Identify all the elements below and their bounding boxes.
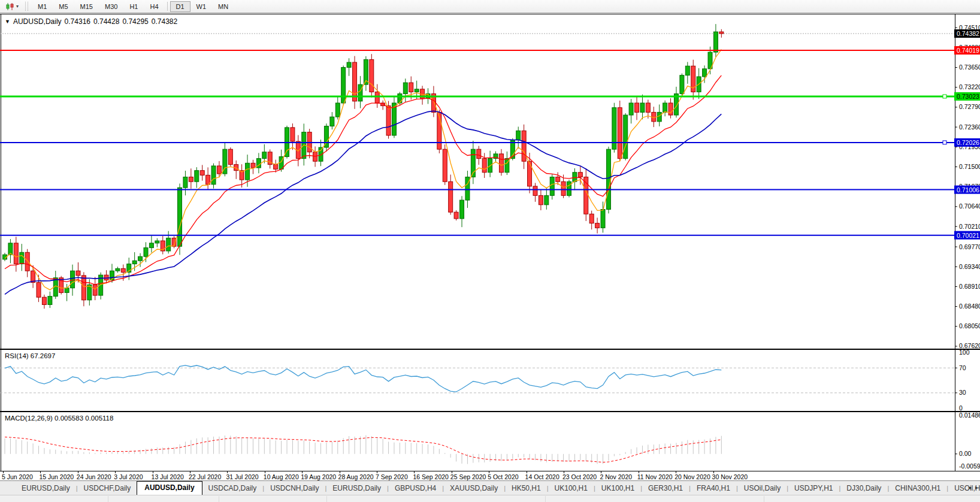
tab-usdcnh-daily[interactable]: USDCNH,Daily [264,482,325,495]
date-label: 23 Oct 2020 [562,473,597,480]
date-label: 7 Sep 2020 [376,473,408,480]
timeframe-button-m5[interactable]: M5 [53,1,74,12]
date-label: 14 Oct 2020 [525,473,559,480]
date-label: 13 Jul 2020 [152,473,184,480]
timeframe-button-w1[interactable]: W1 [190,1,213,12]
date-label: 5 Oct 2020 [488,473,518,480]
price-tick-label: 0.72360 [959,123,980,131]
date-label: 24 Jun 2020 [77,473,111,480]
macd-tick-label: -0.00593 [959,462,980,470]
tab-usdjpy-h1[interactable]: USDJPY,H1 [788,482,839,495]
timeframe-button-d1[interactable]: D1 [170,1,190,12]
tab-uk100-h1[interactable]: UK100,H1 [549,482,594,495]
date-label: 25 Sep 2020 [450,473,486,480]
svg-text:0.70021: 0.70021 [957,232,979,239]
timeframe-button-m30[interactable]: M30 [99,1,123,12]
status-separator [108,496,108,502]
macd-tick-label: 0.00 [959,450,972,457]
timeframe-button-m1[interactable]: M1 [32,1,53,12]
price-tick-label: 0.69340 [959,263,980,270]
macd-signal-line [5,437,721,462]
main-chart-canvas[interactable]: 0.745100.740800.736500.732200.727900.723… [0,14,980,349]
rsi-tick-label: 70 [959,364,966,371]
line-handle[interactable] [943,141,946,144]
ohlc-open: 0.74316 [65,17,90,26]
status-strip [0,495,980,502]
svg-text:0.74019: 0.74019 [957,47,979,54]
status-separator [326,496,327,502]
chart-tab-bar: EURUSD,Daily|USDCHF,DailyAUDUSD,DailyUSD… [0,480,980,495]
toolbar-separator [167,2,168,11]
price-tick-label: 0.73220 [959,83,980,90]
tab-dj30-daily[interactable]: DJ30,Daily [840,482,887,495]
tab-hk50-h1[interactable]: HK50,H1 [506,482,547,495]
price-tick-label: 0.70640 [959,202,980,210]
price-tick-label: 0.71500 [959,163,980,170]
ohlc-high: 0.74428 [93,17,119,26]
tab-china300-h1[interactable]: CHINA300,H1 [889,482,946,495]
date-label: 10 Aug 2020 [264,473,299,480]
chart-type-button[interactable]: ▾ [2,1,22,13]
tab-usdchf-daily[interactable]: USDCHF,Daily [78,482,137,495]
svg-text:0.72026: 0.72026 [957,139,979,146]
macd-panel-canvas[interactable]: 0.0148610.00-0.00593 [0,412,980,471]
tab-gbpusd-h4[interactable]: GBPUSD,H4 [389,482,442,495]
date-label: 16 Sep 2020 [413,473,449,480]
chart-symbol-label: AUDUSD,Daily [13,17,62,26]
macd-indicator-label: MACD(12,26,9) 0.005583 0.005118 [5,415,113,422]
timeframe-button-h4[interactable]: H4 [144,1,164,12]
time-axis[interactable]: 5 Jun 202015 Jun 202024 Jun 20203 Jul 20… [0,471,980,480]
candlestick-series [3,24,724,309]
status-separator [545,496,546,502]
ohlc-low: 0.74295 [122,17,148,26]
top-toolbar: ▾ M1M5M15M30H1H4D1W1MN [0,0,980,13]
date-label: 3 Jul 2020 [114,473,143,480]
rsi-panel-canvas[interactable]: 10070300 [0,349,980,412]
date-label: 31 Jul 2020 [226,473,258,480]
collapse-triangle-icon[interactable]: ▼ [5,19,10,25]
tab-ger30-h1[interactable]: GER30,H1 [642,482,689,495]
chart-title: ▼ AUDUSD,Daily 0.74316 0.74428 0.74295 0… [5,17,177,26]
rsi-tick-label: 100 [959,349,970,356]
tab-usoil-daily[interactable]: USOil,Daily [738,482,787,495]
tab-eurusd-daily[interactable]: EURUSD,Daily [326,482,387,495]
price-tick-label: 0.73650 [959,63,980,71]
timeframe-button-m15[interactable]: M15 [74,1,99,12]
toolbar-grip [25,2,28,11]
tab-audusd-daily[interactable]: AUDUSD,Daily [137,481,202,495]
timeframe-button-mn[interactable]: MN [212,1,234,12]
candlestick-chart-icon [5,2,15,11]
status-separator [764,496,764,502]
tab-xauusd-daily[interactable]: XAUUSD,Daily [444,482,504,495]
svg-text:0.71006: 0.71006 [957,186,979,193]
date-label: 11 Nov 2020 [637,473,673,480]
timeframe-button-group: M1M5M15M30H1H4D1W1MN [32,1,234,12]
ma-fast-line [5,50,721,290]
tab-scroll-left-icon[interactable]: ◂ [968,484,971,491]
svg-text:0.74382: 0.74382 [957,30,979,37]
price-tick-label: 0.68050 [959,322,980,329]
svg-text:0.73023: 0.73023 [957,93,979,100]
tab-eurusd-daily[interactable]: EURUSD,Daily [16,482,76,495]
line-handle[interactable] [943,95,946,98]
tab-uk100-h1[interactable]: UK100,H1 [595,482,640,495]
rsi-line [5,365,721,392]
tab-usdcad-daily[interactable]: USDCAD,Daily [202,482,263,495]
ma-mid-line [5,75,721,285]
macd-histogram [5,435,721,464]
date-label: 2 Nov 2020 [600,473,632,480]
date-label: 28 Aug 2020 [338,473,374,480]
date-label: 22 Jul 2020 [189,473,221,480]
chevron-down-icon: ▾ [16,4,19,9]
price-tick-label: 0.68910 [959,283,980,290]
timeframe-button-h1[interactable]: H1 [123,1,144,12]
tab-scroll-right-icon[interactable]: ▸ [975,484,978,491]
rsi-tick-label: 30 [959,389,966,396]
tab-scroll-arrows: ◂ ▸ [968,484,978,491]
date-label: 15 Jun 2020 [39,473,74,480]
macd-tick-label: 0.014861 [959,412,980,419]
status-separator [219,496,219,502]
rsi-indicator-label: RSI(14) 67.2697 [5,352,55,359]
tab-fra40-h1[interactable]: FRA40,H1 [691,482,736,495]
price-tick-label: 0.67620 [959,342,980,349]
